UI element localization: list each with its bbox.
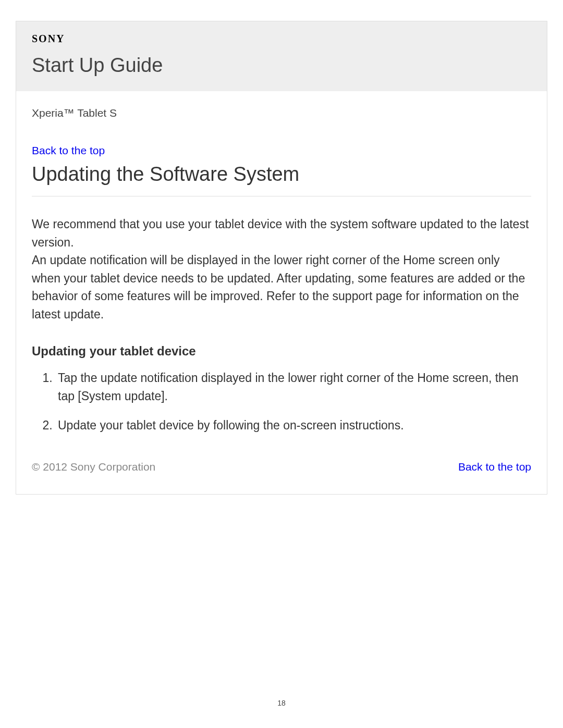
page-container: SONY Start Up Guide Xperia™ Tablet S Bac… — [16, 21, 547, 495]
header: SONY Start Up Guide — [16, 21, 547, 91]
guide-title: Start Up Guide — [32, 54, 531, 77]
article-title: Updating the Software System — [32, 163, 531, 196]
steps-list: Tap the update notification displayed in… — [32, 369, 531, 435]
article-intro: We recommend that you use your tablet de… — [32, 215, 531, 323]
copyright: © 2012 Sony Corporation — [32, 461, 155, 473]
product-name: Xperia™ Tablet S — [32, 107, 531, 119]
back-to-top-link-bottom[interactable]: Back to the top — [458, 461, 531, 473]
section-heading: Updating your tablet device — [32, 344, 531, 359]
brand-logo: SONY — [32, 33, 531, 45]
back-to-top-link[interactable]: Back to the top — [32, 144, 105, 157]
page-number: 18 — [0, 699, 563, 707]
content-area: Xperia™ Tablet S Back to the top Updatin… — [16, 91, 547, 494]
step-item: Tap the update notification displayed in… — [56, 369, 531, 405]
footer-row: © 2012 Sony Corporation Back to the top — [32, 461, 531, 473]
step-item: Update your tablet device by following t… — [56, 416, 531, 435]
